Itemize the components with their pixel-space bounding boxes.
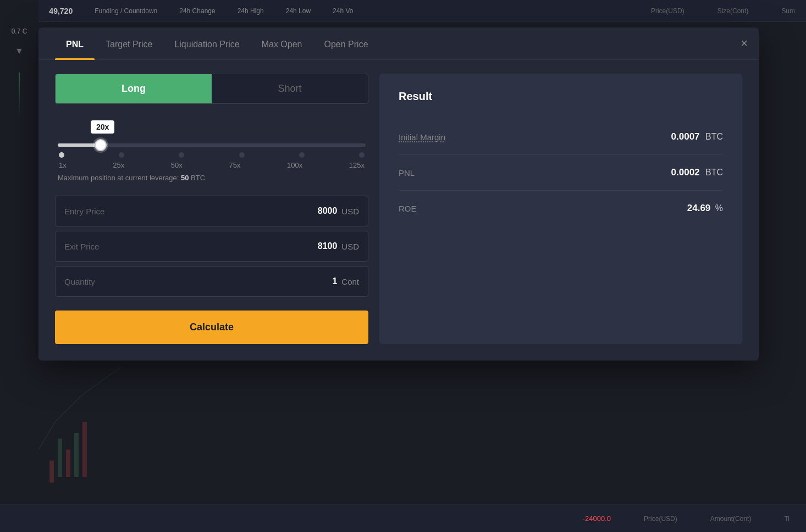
- entry-price-unit: USD: [341, 207, 359, 216]
- negative-value: -24000.0: [583, 514, 611, 523]
- tab-target-price[interactable]: Target Price: [95, 27, 163, 59]
- initial-margin-label: Initial Margin: [399, 132, 445, 142]
- col-24h-high: 24h High: [238, 7, 264, 15]
- roe-value: 24.69 %: [687, 203, 723, 214]
- label-125x: 125x: [349, 161, 365, 169]
- quantity-unit: Cont: [341, 277, 359, 286]
- right-panel: Result Initial Margin 0.0007 BTC PNL 0.0…: [379, 74, 742, 344]
- result-row-roe: ROE 24.69 %: [399, 191, 723, 226]
- chart-left-panel: 0.7 C ▼: [0, 0, 38, 532]
- slider-dots: [58, 152, 366, 158]
- col-24h-vol: 24h Vo: [333, 7, 353, 15]
- exit-price-row[interactable]: Exit Price 8100 USD: [55, 231, 368, 262]
- quantity-value: 1: [332, 276, 337, 286]
- label-100x: 100x: [287, 161, 302, 169]
- dot-100x: [299, 152, 305, 158]
- close-button[interactable]: ×: [741, 37, 748, 49]
- pnl-unit: BTC: [705, 168, 723, 177]
- leverage-tooltip: 20x: [91, 120, 114, 134]
- col-funding: Funding / Countdown: [95, 7, 157, 15]
- label-50x: 50x: [171, 161, 183, 169]
- dot-1x: [59, 152, 64, 158]
- long-short-toggle: Long Short: [55, 74, 368, 104]
- svg-rect-0: [49, 461, 54, 483]
- entry-price-value: 8000: [318, 206, 338, 216]
- slider-labels: 1x 25x 50x 75x 100x 125x: [58, 161, 366, 169]
- tab-liquidation-price[interactable]: Liquidation Price: [163, 27, 250, 59]
- modal-body: Long Short 20x 1: [38, 60, 759, 361]
- svg-rect-2: [66, 450, 70, 477]
- left-panel: Long Short 20x 1: [55, 74, 368, 344]
- bottom-col-price: Price(USD): [644, 515, 677, 523]
- result-row-pnl: PNL 0.0002 BTC: [399, 155, 723, 191]
- dot-75x: [239, 152, 245, 158]
- svg-rect-4: [82, 422, 87, 477]
- col-price-usd: Price(USD): [651, 7, 684, 15]
- entry-price-label: Entry Price: [64, 207, 318, 216]
- slider-thumb[interactable]: [95, 139, 107, 151]
- leverage-slider-track[interactable]: [58, 143, 366, 147]
- pnl-label: PNL: [399, 168, 415, 178]
- col-size-cont: Size(Cont): [717, 7, 749, 15]
- quantity-label: Quantity: [64, 277, 332, 286]
- quantity-row[interactable]: Quantity 1 Cont: [55, 266, 368, 297]
- pnl-value: 0.0002 BTC: [671, 167, 723, 178]
- tab-bar: PNL Target Price Liquidation Price Max O…: [38, 27, 759, 60]
- tab-open-price[interactable]: Open Price: [313, 27, 379, 59]
- input-group: Entry Price 8000 USD Exit Price 8100 USD…: [55, 196, 368, 297]
- dot-125x: [359, 152, 365, 158]
- roe-label: ROE: [399, 204, 417, 213]
- result-title: Result: [399, 90, 723, 103]
- result-rows: Initial Margin 0.0007 BTC PNL 0.0002 BTC…: [399, 119, 723, 226]
- pnl-number: 0.0002: [671, 167, 700, 178]
- svg-rect-1: [58, 439, 62, 477]
- chart-line: [19, 73, 20, 117]
- short-button[interactable]: Short: [212, 74, 368, 103]
- roe-number: 24.69: [687, 203, 711, 213]
- bottom-col-ti: Ti: [784, 515, 790, 523]
- roe-unit: %: [715, 203, 723, 213]
- index-price: 49,720: [49, 7, 73, 15]
- initial-margin-unit: BTC: [705, 132, 723, 141]
- label-25x: 25x: [113, 161, 124, 169]
- tab-max-open[interactable]: Max Open: [251, 27, 313, 59]
- initial-margin-value: 0.0007 BTC: [671, 131, 723, 142]
- calculate-button[interactable]: Calculate: [55, 311, 368, 344]
- exit-price-label: Exit Price: [64, 242, 318, 251]
- col-24h-change: 24h Change: [179, 7, 215, 15]
- label-1x: 1x: [59, 161, 67, 169]
- exit-price-value: 8100: [318, 241, 338, 251]
- long-button[interactable]: Long: [56, 74, 212, 103]
- bottom-bar: -24000.0 Price(USD) Amount(Cont) Ti: [0, 505, 806, 532]
- svg-rect-3: [74, 433, 79, 477]
- label-75x: 75x: [229, 161, 240, 169]
- max-position-text: Maximum position at current leverage: 50…: [58, 174, 366, 182]
- exit-price-unit: USD: [341, 242, 359, 251]
- bottom-col-amount: Amount(Cont): [710, 515, 752, 523]
- dropdown-arrow-icon: ▼: [15, 46, 24, 56]
- col-24h-low: 24h Low: [286, 7, 311, 15]
- calculator-modal: PNL Target Price Liquidation Price Max O…: [38, 27, 759, 361]
- dot-25x: [119, 152, 124, 158]
- entry-price-row[interactable]: Entry Price 8000 USD: [55, 196, 368, 226]
- top-bar: Index 49,720 Funding / Countdown 24h Cha…: [0, 0, 806, 22]
- dot-50x: [179, 152, 184, 158]
- initial-margin-number: 0.0007: [671, 131, 700, 142]
- tab-pnl[interactable]: PNL: [55, 27, 95, 59]
- col-sum: Sum: [781, 7, 795, 15]
- candle-chart-area: [38, 340, 148, 505]
- result-row-initial-margin: Initial Margin 0.0007 BTC: [399, 119, 723, 155]
- leverage-section: 20x 1x 25x 50x 75x: [55, 120, 368, 182]
